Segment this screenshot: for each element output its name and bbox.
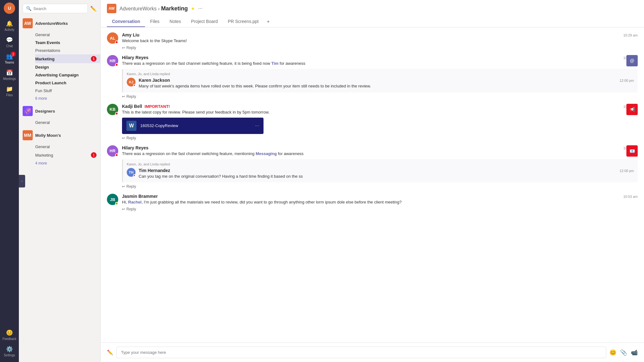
channel-name-mollymoons-marketing: Marketing (35, 153, 53, 158)
teams-badge: 2 (11, 52, 16, 57)
message-input[interactable] (116, 347, 606, 358)
nav-item-meetings[interactable]: 📅 Meetings (0, 67, 19, 83)
team-header-designers[interactable]: 🦑 Designers (19, 103, 100, 119)
nav-label-chat: Chat (6, 44, 13, 48)
emoji-icon[interactable]: 😊 (609, 349, 616, 356)
activity-icon: 🔔 (6, 20, 13, 27)
sender-name-1: Amy Liu (122, 32, 139, 37)
reply-label-3: Reply (126, 136, 136, 140)
message-content-5: Jasmin Brammer 10:53 am Hi, Rachel, I'm … (122, 194, 638, 211)
thread-time-tim: 12:00 pm (619, 169, 634, 173)
message-header-1: Amy Liu 10:29 am (122, 32, 638, 37)
user-avatar[interactable]: U (4, 3, 15, 14)
channel-item-design[interactable]: Design (35, 63, 100, 71)
channel-item-presentations[interactable]: Presentations (35, 47, 100, 54)
reply-button-2[interactable]: ↩ Reply (122, 94, 638, 99)
message-text-1: Welcome back to the Skype Teams! (122, 38, 638, 44)
tab-files[interactable]: Files (145, 16, 164, 27)
nav-item-teams[interactable]: 2 👥 Teams (0, 50, 19, 67)
team-header-mollymoons[interactable]: MM Molly Moon's (19, 128, 100, 143)
reply-label-1: Reply (126, 46, 136, 50)
reply-button-5[interactable]: ↩ Reply (122, 207, 638, 211)
channel-badge-mollymoons-marketing: 1 (91, 152, 97, 158)
thread-message-4: TH Tim Hernandez 12:00 pm Can you tag me… (127, 168, 634, 179)
favorite-star-icon[interactable]: ★ (191, 6, 195, 11)
team-avatar-mollymoons: MM (23, 130, 33, 140)
mention-messaging: Messaging (256, 151, 277, 156)
thread-content-4: Tim Hernandez 12:00 pm Can you tag me on… (139, 168, 634, 179)
team-adventureworks: AW AdventureWorks General Team Events Pr… (19, 16, 100, 102)
reply-thread-2: Karen, Jo, and Linda replied KJ Karen Ja… (122, 69, 638, 92)
status-dot-hilary1 (115, 63, 118, 66)
meet-icon[interactable]: 📹 (631, 349, 638, 356)
nav-label-settings: Settings (4, 354, 15, 357)
sender-name-3: Kadji Bell (122, 104, 142, 109)
files-icon: 📁 (6, 86, 13, 92)
tab-notes[interactable]: Notes (164, 16, 186, 27)
channel-item-advertising[interactable]: Advertising Campaign (35, 71, 100, 79)
compose-button[interactable]: ✏️ (90, 6, 97, 12)
attachment-more-icon[interactable]: ··· (255, 123, 259, 129)
nav-item-chat[interactable]: 💬 Chat (0, 34, 19, 50)
tab-projectboard[interactable]: Project Board (186, 16, 223, 27)
search-box[interactable]: 🔍 (23, 4, 88, 13)
channel-item-mollymoons-general[interactable]: General (35, 143, 100, 151)
reply-button-1[interactable]: ↩ Reply (122, 46, 638, 50)
message-group-5: JB Jasmin Brammer 10:53 am Hi, Rachel, I… (107, 194, 638, 211)
message-header-5: Jasmin Brammer 10:53 am (122, 194, 638, 199)
avatar-amy: AL (107, 32, 118, 44)
sidebar: 🔍 ✏️ AW AdventureWorks General Team Even… (19, 0, 101, 362)
channel-list-designers: General (19, 119, 100, 126)
message-text-5: Hi, Rachel, I'm just grabbing all the ma… (122, 199, 638, 205)
nav-item-files[interactable]: 📁 Files (0, 83, 19, 99)
more-options-icon[interactable]: ··· (198, 6, 202, 11)
attachment-icon[interactable]: 📎 (620, 349, 627, 356)
nav-label-feedback: Feedback (3, 337, 16, 341)
channel-item-mollymoons-marketing[interactable]: Marketing 1 (35, 151, 100, 159)
team-header-adventureworks[interactable]: AW AdventureWorks (19, 16, 100, 31)
channel-item-general[interactable]: General (35, 31, 100, 39)
format-icon[interactable]: ✏️ (107, 349, 113, 355)
channel-item-designers-general[interactable]: General (35, 119, 100, 126)
collapse-sidebar-button[interactable]: ‹ (19, 175, 25, 187)
reply-icon-3: ↩ (122, 136, 125, 140)
status-dot-kadji (115, 112, 118, 115)
reply-icon-2: ↩ (122, 94, 125, 99)
nav-rail: U 🔔 Activity 💬 Chat 2 👥 Teams 📅 Meetings… (0, 0, 19, 362)
thread-replied-2: Karen, Jo, and Linda replied (127, 72, 634, 76)
channel-item-product[interactable]: Product Launch (35, 79, 100, 87)
thread-sender-karen: Karen Jackson (139, 78, 170, 83)
status-dot-karen (133, 84, 136, 86)
nav-item-feedback[interactable]: 😊 Feedback (0, 327, 19, 343)
message-content-3: 📢 Kadji Bell IMPORTANT! 10:29 am This is… (122, 104, 638, 140)
reply-icon-1: ↩ (122, 46, 125, 50)
tab-conversation[interactable]: Conversation (107, 16, 145, 27)
reply-button-3[interactable]: ↩ Reply (122, 136, 638, 140)
channel-name-presentations: Presentations (35, 48, 60, 53)
message-text-4: There was a regression on the fast chann… (122, 151, 638, 157)
search-input[interactable] (33, 6, 84, 11)
channel-item-funstuff[interactable]: Fun Stuff (35, 87, 100, 95)
channel-item-teamevents[interactable]: Team Events (35, 39, 100, 47)
channel-name-funstuff: Fun Stuff (35, 88, 52, 93)
nav-item-activity[interactable]: 🔔 Activity (0, 18, 19, 34)
channel-badge-marketing: 1 (91, 56, 97, 62)
reply-label-2: Reply (126, 94, 136, 99)
reply-thread-4: Karen, Jo, and Linda replied TH Tim Hern… (122, 159, 638, 182)
more-channels-adventureworks[interactable]: 6 more (35, 95, 100, 102)
more-channels-mollymoons[interactable]: 4 more (35, 159, 100, 167)
channel-name-general: General (35, 32, 50, 37)
search-icon: 🔍 (26, 6, 31, 11)
sender-name-4: Hilary Reyes (122, 145, 148, 150)
message-group-1: AL Amy Liu 10:29 am Welcome back to the … (107, 32, 638, 50)
important-badge-3: IMPORTANT! (145, 104, 170, 109)
channel-name-mollymoons-general: General (35, 144, 50, 149)
channel-item-marketing[interactable]: Marketing 1 (35, 54, 100, 63)
channel-name-product: Product Launch (35, 81, 66, 85)
attachment-card-3[interactable]: W 160532-CopyReview ··· (122, 118, 264, 134)
nav-item-settings[interactable]: ⚙️ Settings (0, 343, 19, 359)
reply-button-4[interactable]: ↩ Reply (122, 184, 638, 189)
tab-prscreens[interactable]: PR Screens.ppt (223, 16, 264, 27)
add-tab-button[interactable]: + (264, 16, 273, 27)
avatar-hilary1: HR (107, 55, 118, 66)
